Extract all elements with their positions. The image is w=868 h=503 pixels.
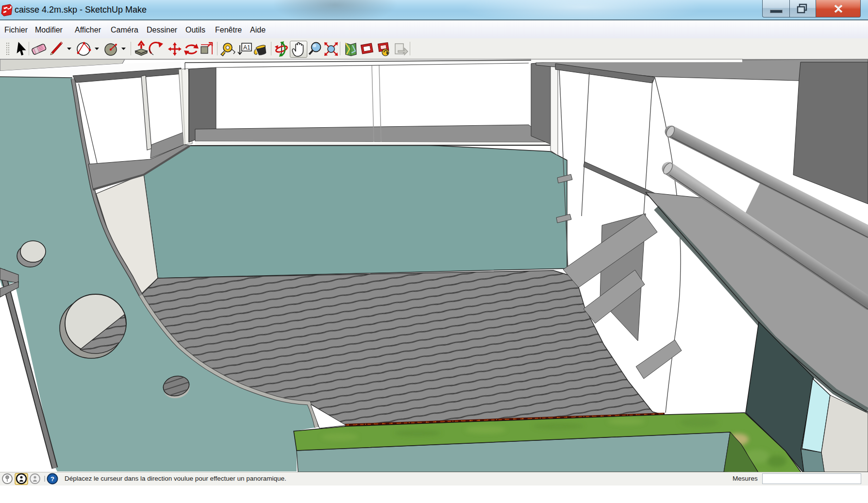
svg-text:?: ? — [50, 475, 54, 483]
svg-text:A1: A1 — [243, 44, 250, 51]
